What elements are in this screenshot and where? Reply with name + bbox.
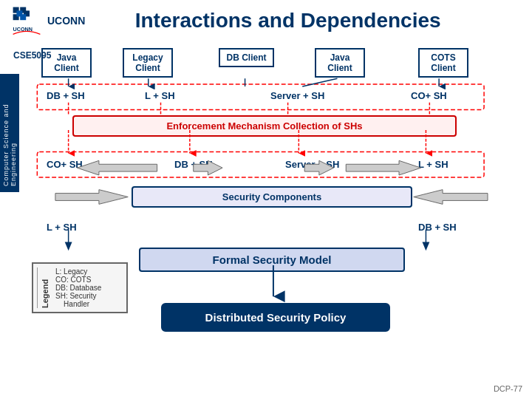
legend-item-handler: Handler	[55, 300, 101, 308]
svg-marker-25	[346, 160, 420, 175]
page-title: Interactions and Dependencies	[85, 9, 491, 33]
enforcement-mechanism-box: Enforcement Mechanism Collection of SHs	[72, 115, 457, 137]
legacy-client-box: LegacyClient	[123, 48, 173, 78]
security-components-box: Security Components	[132, 186, 412, 208]
svg-marker-22	[77, 160, 157, 175]
java-client-2-box: JavaClient	[315, 48, 365, 78]
co-sh-label-mid: CO+ SH	[47, 159, 83, 170]
legend-item-db: DB: Database	[55, 284, 101, 292]
db-sh-label-right: DB + SH	[418, 222, 457, 233]
svg-rect-33	[37, 152, 484, 177]
svg-line-12	[302, 78, 337, 86]
uconn-logo-icon: UCONN	[12, 6, 41, 35]
l-sh-label-top: L + SH	[145, 90, 175, 101]
formal-security-model-box: Formal Security Model	[139, 248, 405, 272]
l-sh-label-mid: L + SH	[418, 159, 449, 170]
db-sh-label-mid: DB + SH	[174, 159, 213, 170]
legend-items: L: Legacy CO: COTS DB: Database SH: Secu…	[55, 267, 101, 308]
cots-client-box: COTSClient	[418, 48, 468, 78]
svg-marker-31	[423, 242, 430, 250]
legend-item-l: L: Legacy	[55, 267, 101, 276]
l-sh-label-left: L + SH	[47, 222, 77, 233]
legend-item-co: CO: COTS	[55, 276, 101, 284]
server-sh-label-mid: Server + SH	[285, 159, 339, 170]
legend-title: Legend	[37, 267, 50, 308]
svg-marker-27	[414, 190, 488, 205]
logo-area: UCONN UCONN	[12, 6, 85, 35]
co-sh-label-top: CO+ SH	[411, 90, 447, 101]
logo-text: UCONN	[47, 15, 85, 27]
diagram-arrows	[13, 44, 526, 393]
db-sh-label-top: DB + SH	[47, 90, 85, 101]
legend-item-sh: SH: Security	[55, 292, 101, 300]
main-content: CSE5095 JavaClient LegacyClient DB Clien…	[13, 44, 526, 393]
svg-marker-26	[55, 190, 128, 205]
svg-rect-6	[20, 14, 26, 20]
page-header: UCONN UCONN Interactions and Dependencie…	[0, 0, 532, 41]
distributed-security-policy-box: Distributed Security Policy	[161, 303, 390, 332]
legend-box: Legend L: Legacy CO: COTS DB: Database S…	[32, 262, 128, 313]
server-sh-label-top: Server + SH	[270, 90, 324, 101]
svg-marker-29	[65, 242, 72, 250]
db-client-box: DB Client	[219, 48, 274, 67]
page-number: DCP-77	[494, 384, 522, 393]
java-client-1-box: JavaClient	[41, 48, 92, 78]
